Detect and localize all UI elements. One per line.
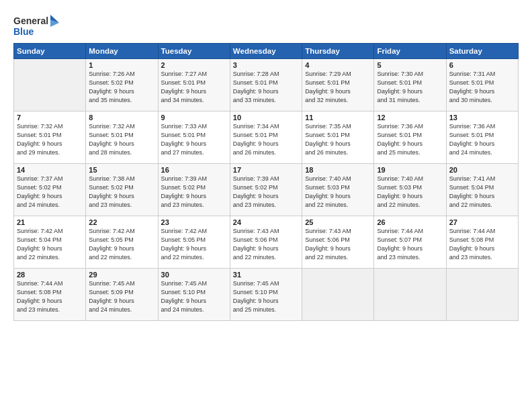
- day-number: 26: [377, 218, 443, 226]
- day-info: Sunrise: 7:39 AM Sunset: 5:02 PM Dayligh…: [161, 175, 227, 210]
- day-number: 7: [17, 113, 83, 122]
- day-number: 9: [161, 113, 227, 122]
- calendar-cell: 9Sunrise: 7:33 AM Sunset: 5:01 PM Daylig…: [158, 111, 230, 164]
- day-info: Sunrise: 7:31 AM Sunset: 5:01 PM Dayligh…: [449, 70, 515, 105]
- calendar-cell: 24Sunrise: 7:43 AM Sunset: 5:06 PM Dayli…: [230, 216, 302, 269]
- calendar-cell: 11Sunrise: 7:35 AM Sunset: 5:01 PM Dayli…: [302, 111, 374, 164]
- calendar-cell: 17Sunrise: 7:39 AM Sunset: 5:02 PM Dayli…: [230, 164, 302, 216]
- day-info: Sunrise: 7:36 AM Sunset: 5:01 PM Dayligh…: [449, 122, 515, 157]
- calendar-cell: 5Sunrise: 7:30 AM Sunset: 5:01 PM Daylig…: [374, 59, 446, 111]
- calendar-cell: 12Sunrise: 7:36 AM Sunset: 5:01 PM Dayli…: [374, 111, 446, 164]
- day-info: Sunrise: 7:29 AM Sunset: 5:01 PM Dayligh…: [305, 70, 371, 105]
- day-number: 22: [89, 218, 154, 226]
- calendar-cell: 7Sunrise: 7:32 AM Sunset: 5:01 PM Daylig…: [14, 111, 86, 164]
- day-info: Sunrise: 7:35 AM Sunset: 5:01 PM Dayligh…: [305, 122, 371, 157]
- svg-text:Blue: Blue: [13, 26, 34, 37]
- calendar-week-row: 21Sunrise: 7:42 AM Sunset: 5:04 PM Dayli…: [14, 216, 519, 269]
- day-info: Sunrise: 7:32 AM Sunset: 5:01 PM Dayligh…: [17, 122, 83, 157]
- day-number: 4: [305, 61, 371, 69]
- calendar-cell: 4Sunrise: 7:29 AM Sunset: 5:01 PM Daylig…: [302, 59, 374, 111]
- day-info: Sunrise: 7:34 AM Sunset: 5:01 PM Dayligh…: [233, 122, 299, 157]
- day-number: 21: [17, 218, 83, 226]
- day-info: Sunrise: 7:44 AM Sunset: 5:08 PM Dayligh…: [449, 227, 515, 262]
- day-number: 3: [233, 61, 299, 69]
- day-number: 18: [305, 166, 371, 174]
- day-info: Sunrise: 7:41 AM Sunset: 5:04 PM Dayligh…: [449, 175, 515, 210]
- day-number: 5: [377, 61, 443, 69]
- calendar-cell: 6Sunrise: 7:31 AM Sunset: 5:01 PM Daylig…: [446, 59, 518, 111]
- calendar-cell: 2Sunrise: 7:27 AM Sunset: 5:01 PM Daylig…: [158, 59, 230, 111]
- day-info: Sunrise: 7:43 AM Sunset: 5:06 PM Dayligh…: [233, 227, 299, 262]
- weekday-header: Tuesday: [158, 44, 230, 59]
- weekday-header: Wednesday: [230, 44, 302, 59]
- calendar-cell: 29Sunrise: 7:45 AM Sunset: 5:09 PM Dayli…: [86, 269, 158, 321]
- calendar-cell: 15Sunrise: 7:38 AM Sunset: 5:02 PM Dayli…: [86, 164, 158, 216]
- calendar-cell: 19Sunrise: 7:40 AM Sunset: 5:03 PM Dayli…: [374, 164, 446, 216]
- calendar-cell: 1Sunrise: 7:26 AM Sunset: 5:02 PM Daylig…: [86, 59, 158, 111]
- day-info: Sunrise: 7:38 AM Sunset: 5:02 PM Dayligh…: [89, 175, 154, 210]
- day-info: Sunrise: 7:30 AM Sunset: 5:01 PM Dayligh…: [377, 70, 443, 105]
- calendar-cell: 8Sunrise: 7:32 AM Sunset: 5:01 PM Daylig…: [86, 111, 158, 164]
- day-number: 25: [305, 218, 371, 226]
- calendar-week-row: 7Sunrise: 7:32 AM Sunset: 5:01 PM Daylig…: [14, 111, 519, 164]
- day-number: 16: [161, 166, 227, 174]
- day-info: Sunrise: 7:33 AM Sunset: 5:01 PM Dayligh…: [161, 122, 227, 157]
- day-info: Sunrise: 7:40 AM Sunset: 5:03 PM Dayligh…: [305, 175, 371, 210]
- weekday-header: Monday: [86, 44, 158, 59]
- day-number: 19: [377, 166, 443, 174]
- day-number: 31: [233, 271, 299, 279]
- day-number: 14: [17, 166, 83, 174]
- weekday-header: Saturday: [446, 44, 518, 59]
- calendar-week-row: 14Sunrise: 7:37 AM Sunset: 5:02 PM Dayli…: [14, 164, 519, 216]
- calendar-week-row: 1Sunrise: 7:26 AM Sunset: 5:02 PM Daylig…: [14, 59, 519, 111]
- day-number: 24: [233, 218, 299, 226]
- day-number: 29: [89, 271, 154, 279]
- svg-text:General: General: [13, 15, 48, 26]
- calendar-table: SundayMondayTuesdayWednesdayThursdayFrid…: [13, 43, 519, 321]
- calendar-cell: 27Sunrise: 7:44 AM Sunset: 5:08 PM Dayli…: [446, 216, 518, 269]
- day-info: Sunrise: 7:37 AM Sunset: 5:02 PM Dayligh…: [17, 175, 83, 210]
- day-number: 2: [161, 61, 227, 69]
- day-info: Sunrise: 7:39 AM Sunset: 5:02 PM Dayligh…: [233, 175, 299, 210]
- day-number: 13: [449, 113, 515, 122]
- calendar-cell: [302, 269, 374, 321]
- calendar-cell: 10Sunrise: 7:34 AM Sunset: 5:01 PM Dayli…: [230, 111, 302, 164]
- day-number: 1: [89, 61, 154, 69]
- day-number: 30: [161, 271, 227, 279]
- day-info: Sunrise: 7:44 AM Sunset: 5:08 PM Dayligh…: [17, 279, 83, 314]
- day-number: 15: [89, 166, 154, 174]
- day-info: Sunrise: 7:44 AM Sunset: 5:07 PM Dayligh…: [377, 227, 443, 262]
- day-number: 27: [449, 218, 515, 226]
- day-info: Sunrise: 7:36 AM Sunset: 5:01 PM Dayligh…: [377, 122, 443, 157]
- calendar-cell: 14Sunrise: 7:37 AM Sunset: 5:02 PM Dayli…: [14, 164, 86, 216]
- weekday-header-row: SundayMondayTuesdayWednesdayThursdayFrid…: [14, 44, 519, 59]
- weekday-header: Friday: [374, 44, 446, 59]
- day-info: Sunrise: 7:28 AM Sunset: 5:01 PM Dayligh…: [233, 70, 299, 105]
- day-info: Sunrise: 7:26 AM Sunset: 5:02 PM Dayligh…: [89, 70, 154, 105]
- day-number: 11: [305, 113, 371, 122]
- calendar-page: GeneralBlue SundayMondayTuesdayWednesday…: [0, 0, 532, 411]
- calendar-cell: [446, 269, 518, 321]
- day-number: 17: [233, 166, 299, 174]
- day-number: 20: [449, 166, 515, 174]
- day-info: Sunrise: 7:27 AM Sunset: 5:01 PM Dayligh…: [161, 70, 227, 105]
- calendar-cell: [14, 59, 86, 111]
- day-info: Sunrise: 7:42 AM Sunset: 5:05 PM Dayligh…: [161, 227, 227, 262]
- calendar-cell: 25Sunrise: 7:43 AM Sunset: 5:06 PM Dayli…: [302, 216, 374, 269]
- weekday-header: Thursday: [302, 44, 374, 59]
- logo: GeneralBlue: [13, 12, 62, 39]
- calendar-cell: 23Sunrise: 7:42 AM Sunset: 5:05 PM Dayli…: [158, 216, 230, 269]
- day-info: Sunrise: 7:42 AM Sunset: 5:04 PM Dayligh…: [17, 227, 83, 262]
- calendar-cell: 18Sunrise: 7:40 AM Sunset: 5:03 PM Dayli…: [302, 164, 374, 216]
- calendar-cell: 3Sunrise: 7:28 AM Sunset: 5:01 PM Daylig…: [230, 59, 302, 111]
- day-info: Sunrise: 7:40 AM Sunset: 5:03 PM Dayligh…: [377, 175, 443, 210]
- day-number: 8: [89, 113, 154, 122]
- day-info: Sunrise: 7:45 AM Sunset: 5:09 PM Dayligh…: [89, 279, 154, 314]
- day-number: 6: [449, 61, 515, 69]
- calendar-cell: 28Sunrise: 7:44 AM Sunset: 5:08 PM Dayli…: [14, 269, 86, 321]
- day-number: 12: [377, 113, 443, 122]
- calendar-cell: 30Sunrise: 7:45 AM Sunset: 5:10 PM Dayli…: [158, 269, 230, 321]
- day-info: Sunrise: 7:43 AM Sunset: 5:06 PM Dayligh…: [305, 227, 371, 262]
- calendar-cell: [374, 269, 446, 321]
- calendar-cell: 26Sunrise: 7:44 AM Sunset: 5:07 PM Dayli…: [374, 216, 446, 269]
